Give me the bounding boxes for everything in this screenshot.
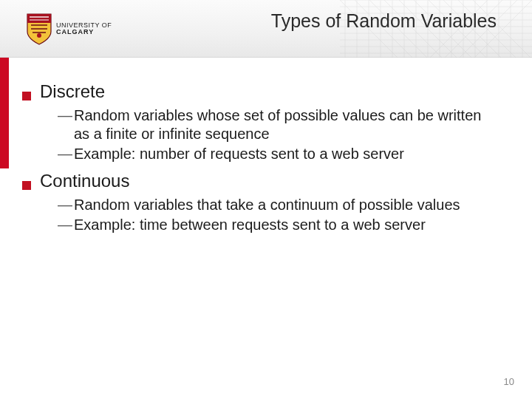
- slide-header: UNIVERSITY OF CALGARY Types of Random Va…: [0, 0, 532, 58]
- square-bullet-icon: [22, 181, 31, 190]
- page-number: 10: [504, 376, 514, 387]
- slide-content: Discrete — Random variables whose set of…: [0, 74, 532, 236]
- square-bullet-icon: [22, 92, 31, 100]
- logo-line2: CALGARY: [56, 29, 112, 35]
- bullet-level2: — Random variables whose set of possible…: [58, 106, 510, 143]
- dash-bullet-icon: —: [58, 196, 72, 214]
- bullet-level2: — Random variables that take a continuum…: [58, 196, 510, 214]
- bullet-level1: Continuous: [22, 171, 510, 191]
- crest-icon: [27, 13, 52, 45]
- subitem-text: Random variables whose set of possible v…: [74, 106, 488, 143]
- bullet-level1: Discrete: [22, 81, 510, 102]
- university-logo: UNIVERSITY OF CALGARY: [27, 3, 112, 55]
- svg-point-41: [37, 33, 41, 38]
- university-name: UNIVERSITY OF CALGARY: [56, 22, 112, 36]
- dash-bullet-icon: —: [58, 145, 72, 163]
- slide-title: Types of Random Variables: [271, 10, 497, 32]
- dash-bullet-icon: —: [58, 216, 72, 233]
- bullet-level2: — Example: time between requests sent to…: [58, 216, 510, 234]
- subitem-text: Example: time between requests sent to a…: [74, 216, 426, 234]
- subitem-text: Example: number of requests sent to a we…: [74, 145, 404, 163]
- svg-rect-39: [30, 16, 49, 18]
- bullet-label: Continuous: [40, 171, 129, 191]
- bullet-level2: — Example: number of requests sent to a …: [58, 145, 510, 163]
- svg-rect-40: [30, 19, 49, 21]
- subitem-text: Random variables that take a continuum o…: [74, 196, 460, 214]
- dash-bullet-icon: —: [58, 106, 72, 124]
- bullet-label: Discrete: [40, 81, 105, 102]
